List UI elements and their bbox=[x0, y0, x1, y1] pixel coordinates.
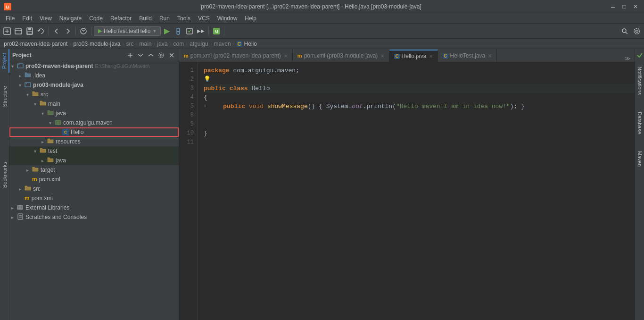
tree-arrow: ▾ bbox=[34, 149, 40, 154]
menu-item-tools[interactable]: Tools bbox=[173, 14, 194, 23]
menu-item-view[interactable]: View bbox=[36, 14, 56, 23]
tree-item-external-libs[interactable]: ▸ External Libraries bbox=[9, 203, 179, 212]
tab-pom-parent[interactable]: m pom.xml (pro02-maven-idea-parent) ✕ bbox=[179, 50, 293, 62]
tree-item-package[interactable]: ▾ () com.atguigu.maven bbox=[9, 118, 179, 127]
menu-item-help[interactable]: Help bbox=[241, 14, 260, 23]
project-collapse-btn[interactable] bbox=[147, 51, 155, 59]
tree-item-resources[interactable]: ▸ resources bbox=[9, 137, 179, 146]
tree-item-test-java[interactable]: ▸ java bbox=[9, 156, 179, 165]
line-num-2: 2 bbox=[179, 75, 194, 84]
toolbar-save-btn[interactable] bbox=[25, 26, 35, 36]
tree-item-pom-pro03[interactable]: m pom.xml bbox=[9, 175, 179, 184]
menu-item-window[interactable]: Window bbox=[214, 14, 241, 23]
svg-point-18 bbox=[636, 30, 638, 32]
tree-item-idea[interactable]: ▸ .idea bbox=[9, 71, 179, 80]
tab-pom-module[interactable]: m pom.xml (pro03-module-java) ✕ bbox=[293, 50, 390, 62]
toolbar-back-btn[interactable] bbox=[51, 26, 62, 36]
tree-label: main bbox=[48, 101, 60, 107]
menu-item-edit[interactable]: Edit bbox=[18, 14, 36, 23]
tree-arrow: ▸ bbox=[41, 139, 47, 144]
toolbar-open-btn[interactable] bbox=[13, 26, 24, 36]
toolbar-separator-3 bbox=[91, 27, 91, 35]
menu-item-refactor[interactable]: Refactor bbox=[107, 14, 135, 23]
tree-item-pro03-module[interactable]: ▾ pro03-module-java bbox=[9, 80, 179, 90]
tab-close-btn[interactable]: ✕ bbox=[380, 53, 384, 59]
tree-item-src2[interactable]: ▸ src bbox=[9, 184, 179, 194]
tab-close-btn[interactable]: ✕ bbox=[429, 54, 433, 59]
menu-item-navigate[interactable]: Navigate bbox=[56, 14, 85, 23]
tab-close-btn[interactable]: ✕ bbox=[284, 53, 288, 59]
tree-item-pro02-parent[interactable]: ▾ pro02-maven-idea-parent E:\ShangGuiGu\… bbox=[9, 61, 179, 71]
tree-arrow: ▾ bbox=[49, 120, 55, 126]
menu-item-vcs[interactable]: VCS bbox=[194, 14, 214, 23]
tree-item-java-main[interactable]: ▾ java bbox=[9, 109, 179, 118]
debug-btn[interactable] bbox=[173, 26, 183, 36]
side-tab-bookmarks[interactable]: Bookmarks bbox=[0, 158, 9, 192]
menu-item-code[interactable]: Code bbox=[85, 14, 107, 23]
tree-item-hello-class[interactable]: C Hello bbox=[9, 127, 179, 137]
toolbar-new-btn[interactable] bbox=[2, 26, 12, 36]
breadcrumb-part-1[interactable]: pro03-module-java bbox=[73, 41, 120, 47]
project-close-btn[interactable] bbox=[167, 51, 176, 59]
run-config-dropdown[interactable]: ▶ HelloTest.testHello ▼ bbox=[94, 26, 161, 36]
tree-item-test[interactable]: ▾ test bbox=[9, 146, 179, 156]
external-libs-icon bbox=[17, 204, 24, 212]
kw-package: package bbox=[204, 66, 230, 75]
project-expand-btn[interactable] bbox=[136, 51, 145, 59]
toolbar-more-run-btn[interactable]: ▶▶ bbox=[196, 26, 206, 36]
project-panel-header: Project bbox=[9, 49, 179, 61]
menu-item-file[interactable]: File bbox=[2, 14, 18, 23]
breadcrumb-part-8[interactable]: Hello bbox=[244, 41, 257, 47]
side-tab-structure[interactable]: Structure bbox=[0, 82, 9, 111]
line-num-10: 10 bbox=[179, 129, 194, 138]
tab-more-btn[interactable]: ≫ bbox=[621, 55, 635, 62]
project-settings-btn[interactable] bbox=[157, 51, 165, 59]
close-btn[interactable]: ✕ bbox=[631, 2, 640, 11]
tree-item-main[interactable]: ▾ main bbox=[9, 99, 179, 109]
breadcrumb-part-2[interactable]: src bbox=[126, 41, 133, 47]
expand-icon[interactable]: + bbox=[204, 102, 206, 111]
tree-item-scratches[interactable]: ▸ Scratches and Consoles bbox=[9, 212, 179, 222]
breadcrumb-part-3[interactable]: main bbox=[139, 41, 151, 47]
side-tab-project[interactable]: Project bbox=[0, 49, 9, 73]
toolbar-forward-btn[interactable] bbox=[63, 26, 73, 36]
breadcrumb-part-7[interactable]: maven bbox=[214, 41, 231, 47]
notifications-check-icon[interactable] bbox=[636, 49, 643, 63]
tree-label: target bbox=[41, 167, 55, 173]
settings-btn[interactable] bbox=[632, 26, 642, 36]
tree-item-target[interactable]: ▸ target bbox=[9, 165, 179, 175]
tree-label: Scratches and Consoles bbox=[25, 214, 87, 220]
breadcrumb: pro02-maven-idea-parent › pro03-module-j… bbox=[0, 39, 644, 49]
tree-item-src[interactable]: ▾ src bbox=[9, 90, 179, 99]
code-content[interactable]: package com.atguigu.maven; 💡 public clas… bbox=[198, 62, 635, 320]
menu-item-run[interactable]: Run bbox=[156, 14, 173, 23]
breadcrumb-part-5[interactable]: com bbox=[173, 41, 184, 47]
run-btn[interactable]: ▶ bbox=[162, 26, 172, 36]
svg-rect-12 bbox=[177, 28, 180, 32]
toolbar-build-btn[interactable]: M bbox=[211, 26, 222, 36]
breadcrumb-part-0[interactable]: pro02-maven-idea-parent bbox=[4, 41, 67, 47]
toolbar-nav-btn[interactable] bbox=[78, 26, 89, 36]
menu-item-build[interactable]: Build bbox=[135, 14, 156, 23]
tree-arrow: ▸ bbox=[41, 158, 47, 163]
tab-close-btn[interactable]: ✕ bbox=[488, 53, 492, 59]
side-tab-maven[interactable]: Maven bbox=[636, 147, 644, 170]
project-add-btn[interactable] bbox=[126, 51, 134, 59]
folder-icon bbox=[32, 166, 39, 174]
maximize-btn[interactable]: □ bbox=[619, 2, 629, 11]
title-text: pro02-maven-idea-parent [...\pro02-maven… bbox=[14, 3, 608, 10]
run-config-arrow: ▼ bbox=[152, 29, 157, 34]
toolbar-sync-btn[interactable] bbox=[36, 26, 46, 36]
coverage-btn[interactable] bbox=[184, 26, 195, 36]
tree-label: src bbox=[33, 185, 41, 192]
side-tab-database[interactable]: Database bbox=[636, 108, 644, 138]
line-num-8: 8 bbox=[179, 111, 194, 120]
breadcrumb-part-6[interactable]: atguigu bbox=[190, 41, 208, 47]
tab-hello-java[interactable]: C Hello.java ✕ bbox=[389, 50, 438, 62]
side-tab-notifications[interactable]: Notifications bbox=[636, 63, 644, 99]
tree-item-pom-pro02[interactable]: m pom.xml bbox=[9, 194, 179, 203]
tab-hellotest-java[interactable]: C HelloTest.java ✕ bbox=[438, 50, 497, 62]
breadcrumb-part-4[interactable]: java bbox=[157, 41, 168, 47]
minimize-btn[interactable]: – bbox=[608, 2, 618, 11]
search-btn[interactable] bbox=[619, 26, 630, 36]
